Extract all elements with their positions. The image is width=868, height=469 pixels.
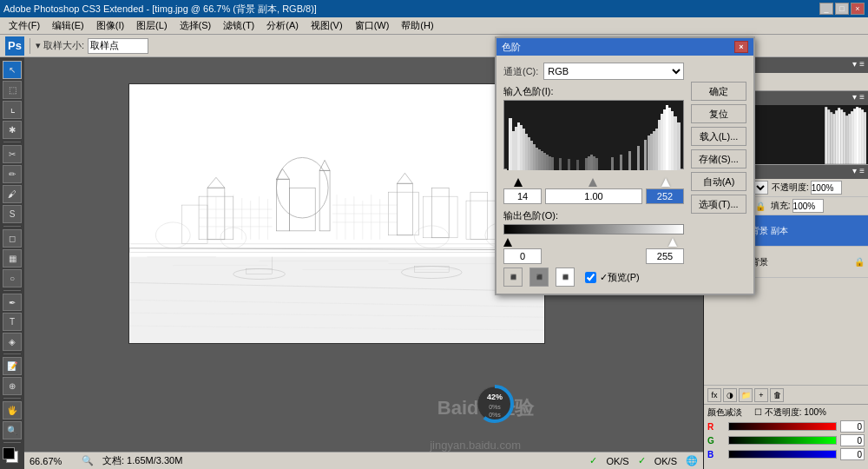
lock-icon4[interactable]: 🔒 [755,201,766,211]
svg-rect-93 [517,122,520,170]
svg-rect-104 [546,155,549,170]
white-input[interactable] [646,188,684,204]
tool-notes[interactable]: 📝 [3,357,22,375]
tool-pen[interactable]: ✒ [3,294,22,312]
tool-lasso[interactable]: ʟ [3,101,22,119]
gray-eyedropper[interactable]: ◾ [529,268,549,287]
add-style-button[interactable]: fx [707,388,721,402]
tool-crop[interactable]: ✂ [3,145,22,163]
output-white-input[interactable] [646,248,684,264]
title-bar: Adobe Photoshop CS3 Extended - [timg.jpg… [0,0,868,17]
input-levels-values [503,188,684,204]
tool-move[interactable]: ↖ [3,61,22,79]
auto-button[interactable]: 自动(A) [691,172,746,191]
tool-separator-1 [3,142,21,142]
svg-rect-92 [515,127,517,170]
levels-close-button[interactable]: × [734,41,748,53]
channel-label: 通道(C): [503,65,538,78]
zoom-level: 66.67% [30,456,73,466]
menu-image[interactable]: 图像(I) [91,17,129,34]
svg-rect-114 [595,158,598,170]
svg-rect-78 [858,108,861,164]
tool-magic-wand[interactable]: ✱ [3,121,22,139]
new-layer-button[interactable]: + [754,388,768,402]
add-mask-button[interactable]: ◑ [723,388,737,402]
close-button[interactable]: × [851,3,865,15]
tool-shape[interactable]: ◈ [3,333,22,351]
dialog-histogram [503,100,684,169]
menu-layer[interactable]: 图层(L) [131,17,172,34]
blue-value[interactable] [840,448,865,460]
svg-rect-74 [848,114,851,164]
menu-view[interactable]: 视图(V) [306,17,348,34]
tool-zoom[interactable]: 🔍 [3,421,22,439]
white-point-slider[interactable] [661,178,670,187]
red-value[interactable] [840,420,865,433]
svg-rect-70 [838,108,840,164]
fg-color-swatch[interactable] [3,447,15,459]
sample-size-input[interactable] [88,38,148,54]
colors-panel: 颜色减淡 ☐ 不透明度: 100% R G B [704,404,868,469]
layer-name-copy: 背景 副本 [751,225,865,237]
tool-brush[interactable]: 🖌 [3,185,22,203]
black-input[interactable] [503,188,542,204]
channel-select[interactable]: RGB [543,63,684,80]
tool-marquee[interactable]: ⬚ [3,81,22,99]
svg-rect-91 [512,131,515,170]
tool-dodge[interactable]: ○ [3,269,22,287]
menu-analyze[interactable]: 分析(A) [261,17,304,34]
color-reduce-row: 颜色减淡 ☐ 不透明度: 100% [707,406,865,419]
new-group-button[interactable]: 📁 [739,388,753,402]
menu-edit[interactable]: 编辑(E) [47,17,89,34]
load-button[interactable]: 载入(L)... [691,127,746,146]
black-eyedropper[interactable]: ◾ [503,268,523,287]
svg-rect-77 [856,107,858,164]
white-eyedropper[interactable]: ◾ [556,268,575,287]
green-value[interactable] [840,434,865,446]
preview-checkbox[interactable] [585,272,596,283]
ok-button[interactable]: 确定 [691,82,746,101]
output-black-slider[interactable] [503,238,512,247]
tool-clone[interactable]: S [3,205,22,223]
tool-gradient[interactable]: ▦ [3,249,22,268]
color-reduce-label: 颜色减淡 [707,406,742,419]
black-point-slider[interactable] [514,178,523,187]
maximize-button[interactable]: □ [835,3,849,15]
option-button[interactable]: 选项(T)... [691,195,746,214]
svg-rect-106 [551,157,554,170]
minimize-button[interactable]: _ [819,3,833,15]
delete-layer-button[interactable]: 🗑 [770,388,784,402]
tool-erase[interactable]: ◻ [3,229,22,248]
menu-window[interactable]: 窗口(W) [350,17,395,34]
window-controls[interactable]: _ □ × [819,3,865,15]
fill-input[interactable] [792,199,824,213]
levels-content: 通道(C): RGB 输入色阶(I): [496,56,753,294]
green-bar [728,436,837,445]
svg-rect-0 [130,84,544,214]
output-black-input[interactable] [503,248,542,264]
zoom-icon: 🔍 [82,455,94,466]
svg-rect-96 [525,134,528,170]
sketch-image [129,84,544,343]
save-button[interactable]: 存储(S)... [691,149,746,168]
reset-button[interactable]: 复位 [691,104,746,123]
menu-filter[interactable]: 滤镜(T) [218,17,260,34]
left-toolbar: ↖ ⬚ ʟ ✱ ✂ ✏ 🖌 S ◻ ▦ ○ ✒ T ◈ 📝 ⊕ 🖐 🔍 [0,57,24,469]
svg-rect-119 [644,140,647,170]
menu-file[interactable]: 文件(F) [3,17,45,34]
menu-select[interactable]: 选择(S) [174,17,217,34]
svg-rect-101 [538,149,541,170]
svg-rect-117 [628,151,631,170]
svg-rect-90 [509,118,512,170]
mid-input[interactable] [545,188,642,204]
output-white-slider[interactable] [668,238,677,247]
tool-heal[interactable]: ✏ [3,165,22,183]
fg-bg-colors[interactable] [3,447,22,466]
tool-eyedropper[interactable]: ⊕ [3,377,22,395]
tool-text[interactable]: T [3,313,22,331]
tool-separator-2 [3,226,21,227]
menu-help[interactable]: 帮助(H) [396,17,438,34]
midpoint-slider[interactable] [589,178,597,187]
opacity-input[interactable] [811,181,842,195]
tool-hand[interactable]: 🖐 [3,401,22,419]
